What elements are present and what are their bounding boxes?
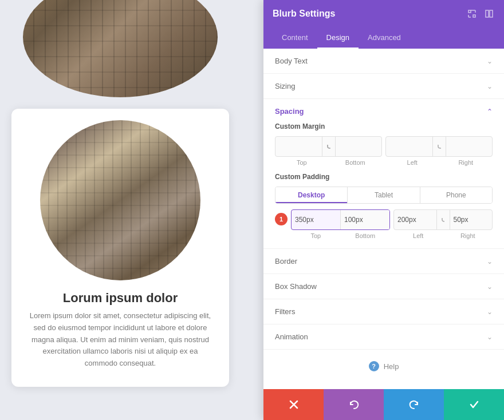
margin-left-right: Left Right <box>385 136 493 166</box>
top-circle-image <box>23 0 218 97</box>
panel-title: Blurb Settings <box>273 9 335 19</box>
section-filters[interactable]: Filters ⌄ <box>263 299 504 324</box>
padding-top-value[interactable]: 350px <box>292 210 340 229</box>
svg-rect-0 <box>468 10 471 13</box>
custom-margin-title: Custom Margin <box>275 122 493 130</box>
padding-left-right: 200px 50px Left Right <box>393 209 493 239</box>
expand-icon[interactable] <box>466 8 478 19</box>
margin-left-input[interactable] <box>386 137 432 156</box>
pad-right-label: Right <box>443 232 493 239</box>
animation-label: Animation <box>275 332 308 341</box>
margin-right-input[interactable] <box>446 137 493 156</box>
panel-bottom-bar <box>263 389 504 420</box>
margin-link-icon-2[interactable] <box>433 137 446 156</box>
svg-rect-1 <box>473 15 475 17</box>
body-text-label: Body Text <box>275 57 308 65</box>
padding-top-bottom: 350px 100px Top Bottom <box>291 209 390 239</box>
panel-header: Blurb Settings <box>263 0 504 27</box>
panel-header-icons <box>466 8 495 19</box>
settings-panel: Blurb Settings Content <box>263 0 504 420</box>
split-icon[interactable] <box>483 8 495 19</box>
margin-left-label: Left <box>385 159 439 166</box>
tab-advanced[interactable]: Advanced <box>359 27 410 49</box>
padding-left-value[interactable]: 200px <box>394 210 436 229</box>
body-text-chevron: ⌄ <box>487 57 493 65</box>
card-body: Lorem ipsum dolor sit amet, consectetur … <box>29 310 212 370</box>
device-tab-desktop[interactable]: Desktop <box>275 187 348 203</box>
svg-rect-7 <box>490 10 493 17</box>
margin-top-bottom: Top Bottom <box>275 136 382 166</box>
help-row[interactable]: ? Help <box>263 350 504 383</box>
cancel-button[interactable] <box>263 389 324 420</box>
redo-button[interactable] <box>384 389 444 420</box>
custom-padding-section: Custom Padding Desktop Tablet Phone 1 35… <box>275 173 493 239</box>
save-button[interactable] <box>444 389 504 420</box>
section-sizing[interactable]: Sizing ⌄ <box>263 74 504 99</box>
help-icon: ? <box>369 361 379 371</box>
margin-fields: Top Bottom <box>275 136 493 166</box>
box-shadow-chevron: ⌄ <box>487 283 493 291</box>
tab-design[interactable]: Design <box>317 27 359 49</box>
tab-content[interactable]: Content <box>273 27 317 49</box>
box-shadow-label: Box Shadow <box>275 282 317 291</box>
margin-bottom-label: Bottom <box>329 159 383 166</box>
help-label: Help <box>384 362 399 371</box>
filters-chevron: ⌄ <box>487 308 493 316</box>
filters-label: Filters <box>275 307 295 316</box>
sizing-chevron: ⌄ <box>487 82 493 90</box>
section-animation[interactable]: Animation ⌄ <box>263 324 504 350</box>
margin-link-icon-1[interactable] <box>322 137 335 156</box>
device-tab-phone[interactable]: Phone <box>420 187 492 203</box>
section-body-text[interactable]: Body Text ⌄ <box>263 49 504 74</box>
padding-fields: 350px 100px Top Bottom <box>291 209 493 239</box>
panel-tabs: Content Design Advanced <box>263 27 504 49</box>
padding-inputs: 1 350px 100px Top Bottom <box>275 209 493 239</box>
card-title: Lorum ipsum dolor <box>23 291 218 306</box>
undo-button[interactable] <box>324 389 384 420</box>
border-label: Border <box>275 257 297 266</box>
panel-content: Body Text ⌄ Sizing ⌄ Spacing ⌃ Custom Ma… <box>263 49 504 389</box>
section-spacing[interactable]: Spacing ⌃ <box>263 99 504 120</box>
animation-chevron: ⌄ <box>487 333 493 341</box>
padding-right-value[interactable]: 50px <box>450 210 493 229</box>
border-chevron: ⌄ <box>487 257 493 266</box>
step-badge: 1 <box>275 213 288 225</box>
spacing-content: Custom Margin Top Bottom <box>263 122 504 249</box>
sizing-label: Sizing <box>275 82 295 90</box>
svg-rect-6 <box>486 10 489 17</box>
device-tab-tablet[interactable]: Tablet <box>348 187 420 203</box>
spacing-label: Spacing <box>275 107 304 116</box>
padding-bottom-value[interactable]: 100px <box>341 210 389 229</box>
margin-right-label: Right <box>439 159 493 166</box>
section-border[interactable]: Border ⌄ <box>263 249 504 274</box>
pad-top-label: Top <box>291 232 341 239</box>
preview-area: Lorum ipsum dolor Lorem ipsum dolor sit … <box>0 0 241 420</box>
device-tabs: Desktop Tablet Phone <box>275 187 493 204</box>
spacing-chevron: ⌃ <box>487 108 493 116</box>
margin-bottom-input[interactable] <box>336 137 382 156</box>
preview-card: Lorum ipsum dolor Lorem ipsum dolor sit … <box>11 109 229 387</box>
card-circle-image <box>40 120 200 280</box>
section-box-shadow[interactable]: Box Shadow ⌄ <box>263 274 504 299</box>
pad-bottom-label: Bottom <box>341 232 391 239</box>
custom-padding-title: Custom Padding <box>275 173 493 181</box>
pad-left-label: Left <box>393 232 443 239</box>
pad-link-icon[interactable] <box>437 210 450 229</box>
margin-top-input[interactable] <box>275 137 322 156</box>
margin-top-label: Top <box>275 159 329 166</box>
